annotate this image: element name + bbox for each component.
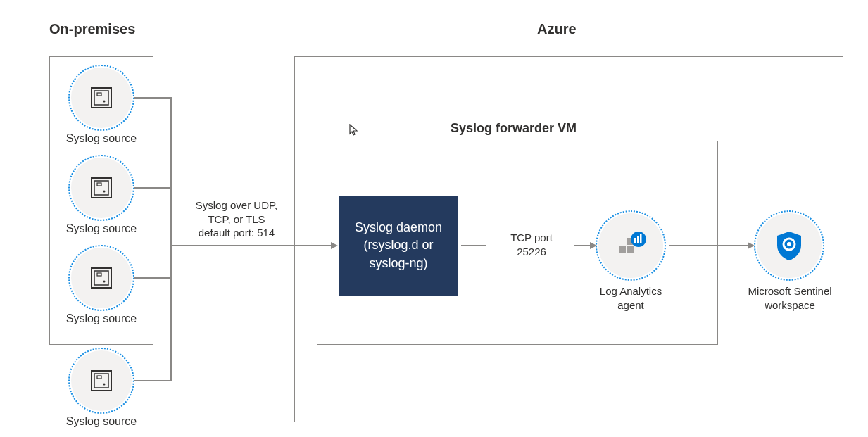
syslog-source-icon (71, 158, 132, 218)
sentinel-label: Microsoft Sentinel workspace (738, 284, 842, 312)
heading-azure: Azure (537, 21, 577, 37)
daemon-line2: (rsyslog.d or (363, 238, 433, 252)
log-analytics-icon (598, 213, 663, 278)
syslog-source-label: Syslog source (45, 415, 158, 428)
sentinel-icon (757, 213, 822, 278)
heading-forwarder: Syslog forwarder VM (451, 121, 577, 136)
daemon-line1: Syslog daemon (355, 220, 442, 234)
syslog-source-icon (71, 248, 132, 308)
syslog-source-label: Syslog source (45, 132, 158, 145)
connection-label: Syslog over UDP, TCP, or TLS default por… (184, 198, 289, 240)
heading-onprem: On-premises (49, 21, 135, 37)
syslog-source-label: Syslog source (45, 222, 158, 235)
syslog-source-label: Syslog source (45, 312, 158, 325)
tcp-port-label: TCP port 25226 (493, 231, 570, 258)
cursor-icon (349, 124, 359, 139)
daemon-line3: syslog-ng) (369, 256, 427, 270)
syslog-source-icon (71, 68, 132, 128)
log-analytics-label: Log Analytics agent (584, 284, 677, 312)
syslog-source-icon (71, 350, 132, 411)
syslog-daemon-box: Syslog daemon (rsyslog.d or syslog-ng) (339, 196, 458, 296)
